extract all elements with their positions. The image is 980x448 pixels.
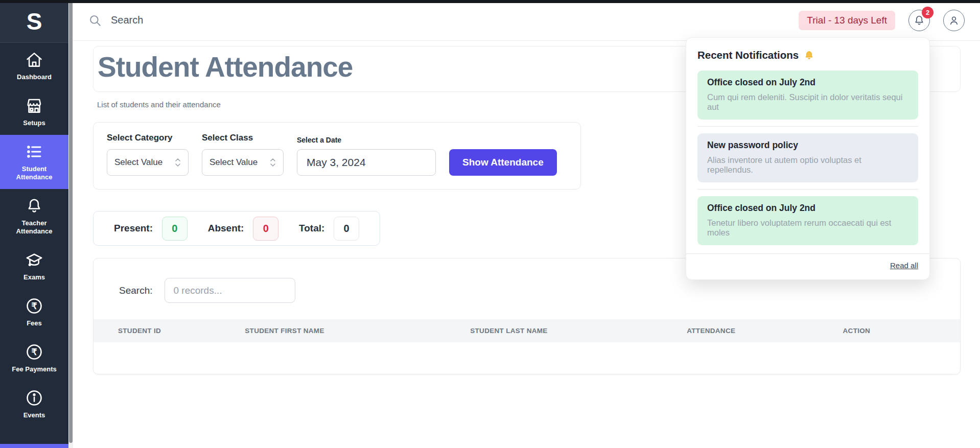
table-empty-body: [94, 342, 960, 374]
read-all-link[interactable]: Read all: [890, 261, 918, 270]
date-filter-group: Select a Date: [297, 136, 436, 176]
date-label: Select a Date: [297, 136, 436, 144]
notification-item[interactable]: Office closed on July 2nd Cum qui rem de…: [697, 70, 918, 120]
divider: [697, 189, 918, 190]
sidebar-item-fees[interactable]: ₹ Fees: [0, 289, 68, 335]
sidebar-item-label: Teacher Attendance: [3, 219, 65, 235]
class-label: Select Class: [202, 133, 284, 143]
home-icon: [25, 51, 43, 69]
notifications-title: Recent Notifications: [697, 49, 799, 61]
table-header-row: Student ID Student First Name Student La…: [94, 319, 960, 342]
gold-bell-icon: [804, 50, 814, 61]
category-select-value: Select Value: [114, 157, 162, 168]
notification-description: Tenetur libero voluptatem rerum occaecat…: [707, 218, 908, 238]
sidebar-item-exams[interactable]: Exams: [0, 243, 68, 289]
absent-count: 0: [253, 217, 278, 241]
sidebar-item-label: Fee Payments: [12, 365, 56, 373]
table-search-input[interactable]: [165, 278, 295, 303]
class-select-value: Select Value: [209, 157, 258, 168]
sidebar-scrollbar-thumb[interactable]: [69, 3, 73, 443]
rupee-circle-icon: ₹: [25, 343, 43, 361]
profile-button[interactable]: [943, 10, 965, 31]
filter-card: Select Category Select Value Select Clas…: [93, 122, 581, 190]
notifications-header: Recent Notifications: [697, 49, 918, 61]
sidebar-item-setups[interactable]: Setups: [0, 89, 68, 135]
chevron-up-down-icon: [174, 157, 182, 168]
trial-badge: Trial - 13 days Left: [799, 11, 895, 30]
sidebar-nav: Dashboard Setups Student Attendance Teac…: [0, 43, 68, 444]
sidebar-item-label: Fees: [27, 319, 42, 327]
notification-item[interactable]: Office closed on July 2nd Tenetur libero…: [697, 196, 918, 245]
chevron-up-down-icon: [269, 157, 277, 168]
absent-label: Absent:: [208, 223, 244, 234]
app-logo[interactable]: S: [0, 0, 68, 43]
notifications-button[interactable]: 2: [908, 10, 930, 31]
class-filter-group: Select Class Select Value: [202, 133, 284, 176]
category-filter-group: Select Category Select Value: [107, 133, 189, 176]
window-top-edge: [0, 0, 980, 3]
notifications-dropdown: Recent Notifications Office closed on Ju…: [686, 37, 930, 280]
notification-description: Alias inventore ut autem optio voluptas …: [707, 155, 908, 175]
sidebar: S Dashboard Setups Student Attendance T: [0, 0, 68, 448]
sidebar-item-label: Events: [24, 411, 45, 419]
person-icon: [948, 14, 960, 27]
table-header: Student ID Student First Name Student La…: [94, 319, 960, 342]
present-count: 0: [162, 217, 188, 241]
category-select[interactable]: Select Value: [107, 149, 189, 176]
sidebar-item-label: Dashboard: [17, 73, 52, 81]
bell-icon: [25, 197, 43, 215]
notification-title: New password policy: [707, 140, 908, 151]
notification-title: Office closed on July 2nd: [707, 77, 908, 88]
sidebar-item-label: Setups: [23, 119, 45, 127]
show-attendance-button[interactable]: Show Attendance: [449, 149, 557, 176]
list-icon: [25, 143, 43, 161]
class-select[interactable]: Select Value: [202, 149, 284, 176]
sidebar-next-item-edge: [0, 444, 68, 448]
attendance-table: Student ID Student First Name Student La…: [94, 319, 960, 342]
store-icon: [25, 97, 43, 115]
topbar-right: Trial - 13 days Left 2: [799, 10, 965, 31]
search-icon: [88, 14, 102, 27]
divider: [697, 126, 918, 127]
notification-description: Cum qui rem deleniti. Suscipit in dolor …: [707, 92, 908, 112]
sidebar-item-events[interactable]: Events: [0, 381, 68, 427]
global-search: [88, 14, 799, 27]
date-input[interactable]: [297, 149, 436, 176]
topbar: Trial - 13 days Left 2: [73, 0, 980, 41]
sidebar-item-dashboard[interactable]: Dashboard: [0, 43, 68, 89]
attendance-stats-card: Present: 0 Absent: 0 Total: 0: [93, 211, 380, 246]
rupee-circle-icon: ₹: [25, 297, 43, 315]
notification-title: Office closed on July 2nd: [707, 203, 908, 214]
total-count: 0: [334, 217, 359, 241]
notification-count-badge: 2: [922, 7, 934, 18]
column-attendance[interactable]: Attendance: [683, 319, 838, 342]
total-label: Total:: [299, 223, 324, 234]
sidebar-item-teacher-attendance[interactable]: Teacher Attendance: [0, 189, 68, 243]
search-input[interactable]: [111, 14, 366, 26]
column-student-id[interactable]: Student ID: [94, 319, 241, 342]
sidebar-item-fee-payments[interactable]: ₹ Fee Payments: [0, 335, 68, 381]
info-circle-icon: [25, 389, 43, 407]
svg-text:₹: ₹: [32, 301, 37, 311]
notification-item[interactable]: New password policy Alias inventore ut a…: [697, 133, 918, 182]
app-logo-letter: S: [27, 8, 42, 35]
column-action[interactable]: Action: [839, 319, 960, 342]
sidebar-item-label: Exams: [24, 273, 45, 281]
notifications-footer: Read all: [686, 253, 929, 270]
present-label: Present:: [114, 223, 153, 234]
column-last-name[interactable]: Student Last Name: [466, 319, 683, 342]
category-label: Select Category: [107, 133, 189, 143]
graduation-cap-icon: [25, 251, 43, 269]
table-search-row: Search:: [94, 278, 960, 303]
sidebar-item-label: Student Attendance: [3, 165, 65, 181]
sidebar-scrollbar[interactable]: [68, 0, 73, 448]
table-search-label: Search:: [119, 285, 152, 296]
svg-text:₹: ₹: [32, 347, 37, 357]
sidebar-item-student-attendance[interactable]: Student Attendance: [0, 135, 68, 189]
column-first-name[interactable]: Student First Name: [241, 319, 466, 342]
